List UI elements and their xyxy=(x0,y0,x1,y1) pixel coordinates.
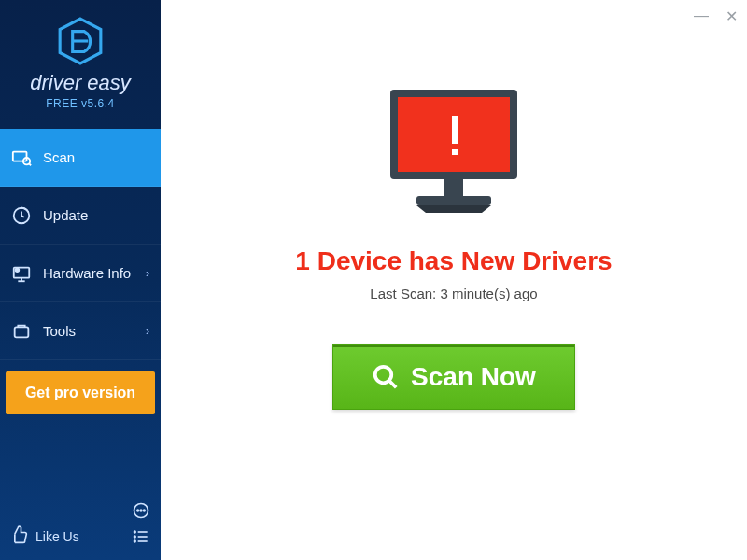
svg-point-15 xyxy=(134,531,136,533)
sidebar-item-tools[interactable]: Tools › xyxy=(0,302,161,360)
sidebar: driver easy FREE v5.6.4 Scan xyxy=(0,0,161,560)
svg-point-12 xyxy=(137,510,139,511)
svg-rect-26 xyxy=(416,196,491,205)
minimize-icon[interactable]: — xyxy=(694,7,709,25)
sidebar-item-label: Update xyxy=(43,207,88,223)
sidebar-nav: Scan Update Hardware I xyxy=(0,129,161,360)
svg-point-28 xyxy=(375,367,392,384)
version-label: FREE v5.6.4 xyxy=(0,97,161,110)
search-icon xyxy=(372,363,400,391)
sidebar-item-scan[interactable]: Scan xyxy=(0,129,161,187)
menu-list-icon[interactable] xyxy=(131,526,151,547)
svg-point-9 xyxy=(16,268,20,272)
chevron-right-icon: › xyxy=(146,325,149,338)
app-window: — ✕ driver easy FREE v5.6.4 Scan xyxy=(0,0,747,560)
update-icon xyxy=(11,205,32,226)
sidebar-item-label: Tools xyxy=(43,323,76,339)
main-panel: 1 Device has New Drivers Last Scan: 3 mi… xyxy=(161,0,747,560)
sidebar-item-label: Hardware Info xyxy=(43,265,131,281)
thumbs-up-icon xyxy=(9,525,28,547)
window-controls: — ✕ xyxy=(694,7,738,25)
svg-point-19 xyxy=(134,540,136,542)
scan-now-button[interactable]: Scan Now xyxy=(332,344,575,410)
svg-rect-25 xyxy=(444,179,463,196)
sidebar-item-update[interactable]: Update xyxy=(0,187,161,245)
status-headline: 1 Device has New Drivers xyxy=(295,246,612,276)
hardware-info-icon xyxy=(11,263,32,284)
app-logo-icon xyxy=(56,17,105,65)
sidebar-item-hardware-info[interactable]: Hardware Info › xyxy=(0,245,161,302)
scan-now-label: Scan Now xyxy=(411,362,536,392)
get-pro-button[interactable]: Get pro version xyxy=(6,371,155,414)
svg-point-17 xyxy=(134,536,136,538)
logo-block: driver easy FREE v5.6.4 xyxy=(0,0,161,123)
alert-monitor-illustration xyxy=(379,82,529,226)
get-pro-label: Get pro version xyxy=(25,385,135,401)
brand-name: driver easy xyxy=(0,71,161,95)
svg-point-13 xyxy=(140,510,142,511)
svg-marker-27 xyxy=(416,205,491,213)
svg-rect-24 xyxy=(452,149,458,155)
last-scan-text: Last Scan: 3 minute(s) ago xyxy=(370,286,537,301)
svg-rect-23 xyxy=(452,116,458,144)
svg-line-4 xyxy=(29,163,31,165)
svg-line-29 xyxy=(389,381,397,388)
svg-rect-2 xyxy=(13,151,27,161)
sidebar-bottom: Like Us xyxy=(0,491,161,560)
svg-point-14 xyxy=(144,510,146,511)
feedback-icon[interactable] xyxy=(131,500,151,521)
chevron-right-icon: › xyxy=(146,267,149,280)
tools-icon xyxy=(11,321,32,342)
svg-rect-10 xyxy=(15,327,29,337)
sidebar-mini-icons xyxy=(131,500,151,547)
like-us-button[interactable]: Like Us xyxy=(9,525,79,547)
sidebar-item-label: Scan xyxy=(43,149,75,165)
scan-icon xyxy=(11,147,32,168)
close-icon[interactable]: ✕ xyxy=(726,7,738,25)
like-us-label: Like Us xyxy=(35,529,79,544)
